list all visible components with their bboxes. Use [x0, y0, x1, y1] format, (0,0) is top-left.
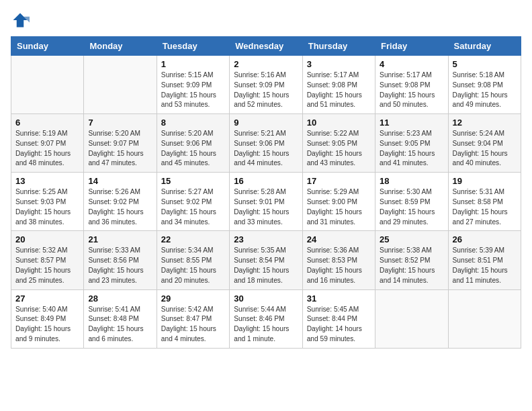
- day-number: 28: [88, 293, 152, 304]
- day-info: Sunrise: 5:45 AM Sunset: 8:44 PM Dayligh…: [307, 305, 371, 345]
- day-info: Sunrise: 5:26 AM Sunset: 9:02 PM Dayligh…: [88, 187, 152, 227]
- day-header-friday: Friday: [375, 37, 448, 56]
- calendar-cell: [448, 289, 521, 348]
- day-number: 31: [307, 293, 371, 304]
- day-number: 4: [380, 59, 443, 69]
- day-info: Sunrise: 5:17 AM Sunset: 9:08 PM Dayligh…: [307, 71, 371, 110]
- day-info: Sunrise: 5:44 AM Sunset: 8:46 PM Dayligh…: [234, 305, 298, 345]
- page-header: [11, 11, 521, 30]
- calendar-cell: 15Sunrise: 5:27 AM Sunset: 9:02 PM Dayli…: [157, 173, 229, 231]
- day-number: 29: [161, 293, 225, 304]
- calendar-cell: 5Sunrise: 5:18 AM Sunset: 9:08 PM Daylig…: [448, 56, 521, 114]
- day-number: 22: [161, 234, 225, 244]
- day-info: Sunrise: 5:38 AM Sunset: 8:52 PM Dayligh…: [380, 246, 443, 285]
- day-info: Sunrise: 5:24 AM Sunset: 9:04 PM Dayligh…: [453, 129, 517, 169]
- day-header-thursday: Thursday: [302, 37, 375, 56]
- calendar-cell: 25Sunrise: 5:38 AM Sunset: 8:52 PM Dayli…: [375, 231, 448, 289]
- day-info: Sunrise: 5:18 AM Sunset: 9:08 PM Dayligh…: [453, 71, 517, 110]
- day-header-wednesday: Wednesday: [230, 37, 302, 56]
- day-info: Sunrise: 5:41 AM Sunset: 8:48 PM Dayligh…: [88, 305, 152, 345]
- day-info: Sunrise: 5:23 AM Sunset: 9:05 PM Dayligh…: [380, 129, 443, 169]
- day-header-tuesday: Tuesday: [157, 37, 229, 56]
- calendar-cell: 11Sunrise: 5:23 AM Sunset: 9:05 PM Dayli…: [375, 114, 448, 173]
- calendar-week-row: 27Sunrise: 5:40 AM Sunset: 8:49 PM Dayli…: [11, 289, 521, 348]
- day-info: Sunrise: 5:19 AM Sunset: 9:07 PM Dayligh…: [15, 129, 79, 169]
- day-info: Sunrise: 5:35 AM Sunset: 8:54 PM Dayligh…: [234, 246, 298, 285]
- calendar-cell: [375, 289, 448, 348]
- calendar-cell: 9Sunrise: 5:21 AM Sunset: 9:06 PM Daylig…: [230, 114, 302, 173]
- day-info: Sunrise: 5:40 AM Sunset: 8:49 PM Dayligh…: [15, 305, 79, 345]
- day-info: Sunrise: 5:39 AM Sunset: 8:51 PM Dayligh…: [453, 246, 517, 285]
- day-number: 3: [307, 59, 371, 69]
- day-info: Sunrise: 5:31 AM Sunset: 8:58 PM Dayligh…: [453, 187, 517, 227]
- calendar-cell: 23Sunrise: 5:35 AM Sunset: 8:54 PM Dayli…: [230, 231, 302, 289]
- calendar-cell: 1Sunrise: 5:15 AM Sunset: 9:09 PM Daylig…: [157, 56, 229, 114]
- day-number: 20: [15, 234, 79, 244]
- day-number: 19: [453, 176, 517, 186]
- day-number: 5: [453, 59, 517, 69]
- day-info: Sunrise: 5:33 AM Sunset: 8:56 PM Dayligh…: [88, 246, 152, 285]
- day-number: 9: [234, 118, 298, 128]
- day-header-monday: Monday: [84, 37, 157, 56]
- day-info: Sunrise: 5:42 AM Sunset: 8:47 PM Dayligh…: [161, 305, 225, 345]
- day-number: 7: [88, 118, 152, 128]
- day-info: Sunrise: 5:20 AM Sunset: 9:06 PM Dayligh…: [161, 129, 225, 169]
- day-number: 27: [15, 293, 79, 304]
- day-info: Sunrise: 5:16 AM Sunset: 9:09 PM Dayligh…: [234, 71, 298, 110]
- day-info: Sunrise: 5:25 AM Sunset: 9:03 PM Dayligh…: [15, 187, 79, 227]
- day-info: Sunrise: 5:28 AM Sunset: 9:01 PM Dayligh…: [234, 187, 298, 227]
- calendar-week-row: 1Sunrise: 5:15 AM Sunset: 9:09 PM Daylig…: [11, 56, 521, 114]
- day-info: Sunrise: 5:30 AM Sunset: 8:59 PM Dayligh…: [380, 187, 443, 227]
- calendar-cell: 7Sunrise: 5:20 AM Sunset: 9:07 PM Daylig…: [84, 114, 157, 173]
- calendar-cell: 22Sunrise: 5:34 AM Sunset: 8:55 PM Dayli…: [157, 231, 229, 289]
- day-number: 25: [380, 234, 443, 244]
- calendar-cell: 17Sunrise: 5:29 AM Sunset: 9:00 PM Dayli…: [302, 173, 375, 231]
- calendar-cell: 30Sunrise: 5:44 AM Sunset: 8:46 PM Dayli…: [230, 289, 302, 348]
- calendar-cell: 19Sunrise: 5:31 AM Sunset: 8:58 PM Dayli…: [448, 173, 521, 231]
- day-info: Sunrise: 5:29 AM Sunset: 9:00 PM Dayligh…: [307, 187, 371, 227]
- calendar-cell: 12Sunrise: 5:24 AM Sunset: 9:04 PM Dayli…: [448, 114, 521, 173]
- calendar-cell: 16Sunrise: 5:28 AM Sunset: 9:01 PM Dayli…: [230, 173, 302, 231]
- calendar-cell: 14Sunrise: 5:26 AM Sunset: 9:02 PM Dayli…: [84, 173, 157, 231]
- calendar-cell: 10Sunrise: 5:22 AM Sunset: 9:05 PM Dayli…: [302, 114, 375, 173]
- calendar-week-row: 6Sunrise: 5:19 AM Sunset: 9:07 PM Daylig…: [11, 114, 521, 173]
- day-number: 18: [380, 176, 443, 186]
- day-number: 17: [307, 176, 371, 186]
- day-info: Sunrise: 5:34 AM Sunset: 8:55 PM Dayligh…: [161, 246, 225, 285]
- day-number: 14: [88, 176, 152, 186]
- day-info: Sunrise: 5:21 AM Sunset: 9:06 PM Dayligh…: [234, 129, 298, 169]
- day-info: Sunrise: 5:36 AM Sunset: 8:53 PM Dayligh…: [307, 246, 371, 285]
- calendar-cell: 28Sunrise: 5:41 AM Sunset: 8:48 PM Dayli…: [84, 289, 157, 348]
- day-number: 1: [161, 59, 225, 69]
- calendar-cell: 31Sunrise: 5:45 AM Sunset: 8:44 PM Dayli…: [302, 289, 375, 348]
- calendar-week-row: 13Sunrise: 5:25 AM Sunset: 9:03 PM Dayli…: [11, 173, 521, 231]
- day-number: 24: [307, 234, 371, 244]
- calendar-cell: [11, 56, 84, 114]
- calendar-cell: 2Sunrise: 5:16 AM Sunset: 9:09 PM Daylig…: [230, 56, 302, 114]
- day-info: Sunrise: 5:17 AM Sunset: 9:08 PM Dayligh…: [380, 71, 443, 110]
- day-info: Sunrise: 5:22 AM Sunset: 9:05 PM Dayligh…: [307, 129, 371, 169]
- day-number: 30: [234, 293, 298, 304]
- calendar-cell: 29Sunrise: 5:42 AM Sunset: 8:47 PM Dayli…: [157, 289, 229, 348]
- logo-icon: [11, 11, 30, 30]
- day-header-saturday: Saturday: [448, 37, 521, 56]
- day-number: 11: [380, 118, 443, 128]
- calendar-cell: 4Sunrise: 5:17 AM Sunset: 9:08 PM Daylig…: [375, 56, 448, 114]
- calendar-cell: 20Sunrise: 5:32 AM Sunset: 8:57 PM Dayli…: [11, 231, 84, 289]
- day-header-sunday: Sunday: [11, 37, 84, 56]
- day-info: Sunrise: 5:32 AM Sunset: 8:57 PM Dayligh…: [15, 246, 79, 285]
- logo: [11, 11, 34, 30]
- day-number: 15: [161, 176, 225, 186]
- day-number: 12: [453, 118, 517, 128]
- calendar-cell: 8Sunrise: 5:20 AM Sunset: 9:06 PM Daylig…: [157, 114, 229, 173]
- calendar-cell: 24Sunrise: 5:36 AM Sunset: 8:53 PM Dayli…: [302, 231, 375, 289]
- calendar-cell: 3Sunrise: 5:17 AM Sunset: 9:08 PM Daylig…: [302, 56, 375, 114]
- day-number: 2: [234, 59, 298, 69]
- calendar-cell: 13Sunrise: 5:25 AM Sunset: 9:03 PM Dayli…: [11, 173, 84, 231]
- calendar-table: SundayMondayTuesdayWednesdayThursdayFrid…: [11, 36, 521, 349]
- day-number: 16: [234, 176, 298, 186]
- calendar-cell: 18Sunrise: 5:30 AM Sunset: 8:59 PM Dayli…: [375, 173, 448, 231]
- svg-marker-0: [13, 13, 28, 28]
- day-number: 6: [15, 118, 79, 128]
- day-number: 26: [453, 234, 517, 244]
